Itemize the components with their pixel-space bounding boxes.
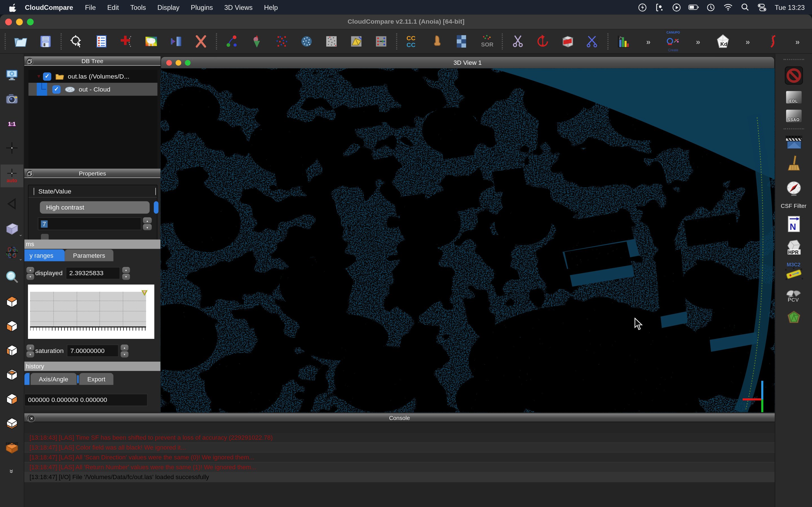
close-window-button[interactable] xyxy=(5,18,12,25)
tree-item-label[interactable]: out.las (/Volumes/D... xyxy=(68,73,130,80)
saturation-value-field[interactable]: 7.00000000 xyxy=(67,344,119,357)
mesh-button[interactable] xyxy=(347,33,365,50)
tree-item-root[interactable]: ▼ ✓ out.las (/Volumes/D... xyxy=(29,70,157,83)
m3c2-plugin-button[interactable]: M3C2 xyxy=(784,262,803,281)
undock-panel-button[interactable] xyxy=(26,170,34,177)
export-tab[interactable]: Export xyxy=(79,373,113,385)
shortcuts-icon[interactable] xyxy=(637,3,649,11)
animation-plugin-button[interactable] xyxy=(785,135,802,149)
translation-vector-field[interactable]: 000000 0.000000 0.000000 xyxy=(24,394,147,406)
view-top-button[interactable] xyxy=(3,293,20,309)
disclosure-triangle-icon[interactable]: ▼ xyxy=(35,73,43,79)
zoom-1-1-button[interactable]: 1:1 xyxy=(3,116,20,131)
minimize-window-button[interactable] xyxy=(16,18,23,25)
facets-plugin-button[interactable] xyxy=(786,310,801,325)
3d-view-canvas[interactable] xyxy=(160,68,774,412)
view-bottom-button[interactable] xyxy=(3,415,20,431)
cloud-mesh-distance-button[interactable] xyxy=(428,33,446,50)
rgb-curves-button[interactable] xyxy=(223,33,241,50)
hpr-plugin-button[interactable]: HPR xyxy=(785,239,802,256)
iso-view-button[interactable]: › xyxy=(3,220,20,236)
menu-3d-views[interactable]: 3D Views xyxy=(218,3,258,11)
apply-transform-button[interactable] xyxy=(117,33,135,50)
parameters-tab[interactable]: Parameters xyxy=(65,249,114,261)
sf-display-params-section[interactable]: ms xyxy=(24,239,160,249)
noise-filter-button[interactable] xyxy=(322,33,340,50)
perspective-toggle-button[interactable] xyxy=(3,196,20,212)
chunks-button[interactable] xyxy=(453,33,470,50)
transformation-history-section[interactable]: history xyxy=(24,362,160,371)
visibility-checkbox[interactable]: ✓ xyxy=(43,72,51,80)
play-icon[interactable] xyxy=(670,3,683,11)
ssao-filter-button[interactable]: SSAO xyxy=(786,110,801,122)
menu-clock[interactable]: Tue 13:23 xyxy=(775,3,805,11)
sra-curve-plugin-button[interactable] xyxy=(764,33,781,50)
wifi-icon[interactable] xyxy=(722,4,734,11)
console-header[interactable]: × Console xyxy=(24,413,774,422)
compute-normals-button[interactable] xyxy=(248,33,266,50)
refresh-display-button[interactable] xyxy=(3,67,20,83)
auto-pivot-button[interactable]: auto xyxy=(1,165,23,187)
zoom-fit-button[interactable] xyxy=(3,269,20,284)
menu-plugins[interactable]: Plugins xyxy=(185,3,219,11)
segment-scissors-button[interactable] xyxy=(509,33,527,50)
kd-tree-plugin-button[interactable]: Kd xyxy=(714,33,732,50)
view-right-button[interactable] xyxy=(3,391,20,406)
edl-filter-button[interactable]: EDL xyxy=(786,91,801,103)
displayed-stepper-right[interactable]: ▴▾ xyxy=(122,267,130,280)
sf-saturation-marker[interactable] xyxy=(141,290,147,296)
more-views-chevron[interactable]: » xyxy=(3,464,20,479)
saturation-stepper-right[interactable]: ▴▾ xyxy=(121,344,129,357)
view-back-button[interactable] xyxy=(3,366,20,382)
sor-filter-button[interactable]: SOR xyxy=(478,33,495,50)
properties-list-button[interactable] xyxy=(93,33,110,50)
octree-button[interactable] xyxy=(273,33,290,50)
viewport-close-button[interactable] xyxy=(166,60,172,66)
compass-plugin-button[interactable] xyxy=(785,180,802,196)
axis-angle-tab[interactable]: Axis/Angle xyxy=(31,373,77,385)
window-title-bar[interactable]: CloudCompare v2.11.1 (Anoia) [64-bit] xyxy=(0,14,812,29)
menu-edit[interactable]: Edit xyxy=(101,3,124,11)
histogram-button[interactable] xyxy=(615,33,632,50)
steps-stepper[interactable]: ▴▾ xyxy=(143,217,152,230)
screenshot-button[interactable] xyxy=(3,92,20,107)
menu-app-name[interactable]: CloudCompare xyxy=(18,3,79,11)
time-machine-icon[interactable] xyxy=(705,3,717,11)
translate-button[interactable] xyxy=(167,33,185,50)
delete-button[interactable] xyxy=(192,33,209,50)
menu-help[interactable]: Help xyxy=(258,3,284,11)
toolbar-overflow-chevron[interactable]: » xyxy=(689,33,707,50)
clip-box-button[interactable] xyxy=(559,33,576,50)
broom-plugin-button[interactable] xyxy=(785,155,802,174)
tree-item-cloud[interactable]: ✓ out - Cloud xyxy=(29,83,157,96)
app-bracket-icon[interactable] xyxy=(654,3,666,11)
close-console-button[interactable]: × xyxy=(28,415,35,422)
subsample-button[interactable] xyxy=(298,33,315,50)
viewport-minimize-button[interactable] xyxy=(175,60,181,66)
canupo-plugin-button[interactable]: CANUPO Create xyxy=(665,33,682,50)
battery-icon[interactable] xyxy=(688,4,700,10)
menu-file[interactable]: File xyxy=(79,3,101,11)
color-scale-dropdown[interactable]: High contrast xyxy=(40,201,149,214)
viewport-title-bar[interactable]: 3D View 1 xyxy=(160,56,774,68)
toolbar-overflow-chevron[interactable]: » xyxy=(640,33,657,50)
displayed-value-field[interactable]: 2.39325833 xyxy=(66,267,120,279)
rotate-transform-button[interactable] xyxy=(534,33,552,50)
save-button[interactable] xyxy=(37,33,54,50)
apple-menu-icon[interactable] xyxy=(7,3,18,11)
menu-tools[interactable]: Tools xyxy=(124,3,152,11)
color-scale-steps-input[interactable]: 7 xyxy=(38,217,141,230)
color-scale-dropdown-button[interactable] xyxy=(154,201,159,214)
menu-display[interactable]: Display xyxy=(152,3,185,11)
csf-filter-label[interactable]: CSF Filter xyxy=(781,203,806,209)
zoom-window-button[interactable] xyxy=(27,18,34,25)
toolbar-overflow-chevron[interactable]: » xyxy=(739,33,756,50)
displayed-stepper-left[interactable]: ▴▾ xyxy=(27,267,35,280)
view-left-button[interactable] xyxy=(3,342,20,357)
matrix-tab-stub[interactable] xyxy=(24,373,29,385)
tree-item-label[interactable]: out - Cloud xyxy=(79,86,110,93)
cross-section-button[interactable] xyxy=(583,33,601,50)
pcv-plugin-button[interactable]: PCV xyxy=(785,287,802,304)
set-pivot-button[interactable] xyxy=(3,140,20,156)
view-front-button[interactable] xyxy=(3,318,20,333)
